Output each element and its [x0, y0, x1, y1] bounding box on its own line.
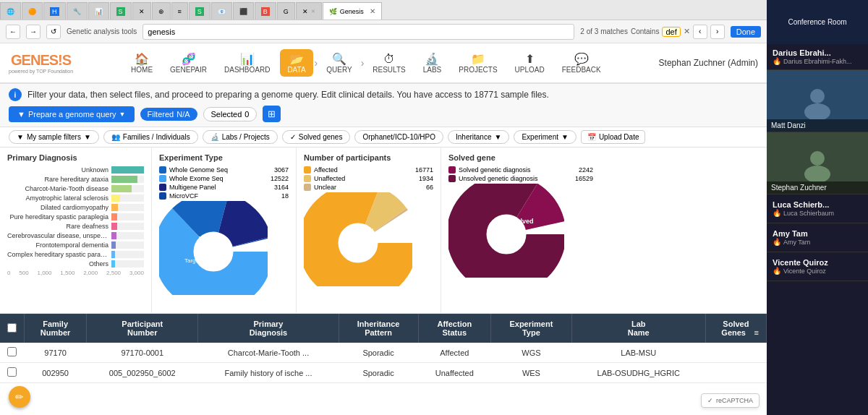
browser-tab-15[interactable]: ✕✕: [296, 2, 322, 20]
browser-tab-1[interactable]: 🌐: [0, 2, 21, 20]
browser-tab-genesis[interactable]: 🌿Genesis✕: [323, 2, 382, 20]
person-silhouette: [799, 83, 835, 119]
nav-query-label: QUERY: [326, 66, 352, 74]
affection-status: Unaffected: [418, 363, 491, 383]
nav-home[interactable]: 🏠 HOME: [124, 49, 160, 77]
chip-arrow: ▼: [84, 133, 91, 141]
sidebar-person-luca: Luca Schierb... 🔥 Luca Schierbaum: [767, 194, 868, 223]
chip-orphanet[interactable]: Orphanet/ICD-10/HPO: [354, 130, 443, 144]
next-match[interactable]: ›: [710, 25, 725, 39]
participant-number: 005_002950_6002: [87, 363, 198, 383]
row-checkbox[interactable]: [0, 343, 25, 363]
app-header: GENES!S powered by TOP Foundation 🏠 HOME…: [0, 43, 767, 84]
prepare-query-button[interactable]: ▼ Prepare a genome query ▼: [9, 106, 135, 122]
browser-tab-14[interactable]: G: [277, 2, 295, 20]
col-primary-diagnosis: PrimaryDiagnosis: [198, 314, 339, 343]
experiment-legend: Whole Genome Seq 3067 Whole Exome Seq 12…: [159, 166, 289, 200]
chip-labs[interactable]: 🔬 Labs / Projects: [203, 130, 278, 144]
bar-fill: [111, 176, 137, 183]
search-input[interactable]: def: [662, 27, 680, 37]
bar-fill: [111, 204, 118, 211]
chip-families[interactable]: 👥 Families / Individuals: [103, 130, 198, 144]
edit-icon: ✏: [15, 391, 24, 403]
browser-tab-12[interactable]: ⬛: [233, 2, 254, 20]
bar-container: [111, 166, 144, 174]
browser-tab-10[interactable]: S: [189, 2, 210, 20]
bar-container: [111, 204, 144, 211]
browser-tab-3[interactable]: H: [43, 2, 66, 20]
nav-query[interactable]: 🔍 QUERY: [319, 49, 359, 77]
row-select-checkbox[interactable]: [7, 367, 17, 377]
nav-labs[interactable]: 🔬 LABS: [416, 49, 449, 77]
back-button[interactable]: ←: [6, 25, 20, 39]
legend-count: 18: [281, 192, 289, 200]
chip-my-sample-filters[interactable]: ▼ My sample filters ▼: [9, 130, 99, 144]
browser-tab-13[interactable]: B: [255, 2, 276, 20]
browser-tab-11[interactable]: 📧: [211, 2, 232, 20]
row-checkbox[interactable]: [0, 363, 25, 383]
table-menu-icon[interactable]: ≡: [754, 328, 759, 337]
bar-fill: [111, 260, 115, 268]
browser-tab-6[interactable]: S: [110, 2, 132, 20]
lab-name: LAB-OSUDHG_HGRIC: [571, 363, 705, 383]
legend-label: Affected: [314, 166, 338, 174]
bar-container: [111, 251, 144, 258]
done-button[interactable]: Done: [731, 26, 761, 38]
nav-data[interactable]: 📂 DATA: [280, 49, 312, 77]
bar-label: Frontotemporal dementia: [7, 241, 109, 249]
participants-legend: Affected 16771 Unaffected 1934 Unclear 6…: [304, 166, 433, 191]
experiment-type-title: Experiment Type: [159, 153, 289, 162]
browser-tab-8[interactable]: ⊕: [152, 2, 171, 20]
legend-solved: Solved genetic diagnosis 2242: [448, 166, 593, 174]
col-family-number: FamilyNumber: [25, 314, 87, 343]
browser-tab-9[interactable]: ≡: [171, 2, 188, 20]
nav-dashboard[interactable]: 📊 DASHBOARD: [217, 49, 277, 77]
nav-feedback[interactable]: 💬 FEEDBACK: [555, 49, 608, 77]
svg-text:Unsolved: Unsolved: [493, 236, 523, 243]
solved-pie: Solved Unsolved: [448, 184, 564, 278]
chip-experiment[interactable]: Experiment ▼: [514, 130, 576, 144]
bar-container: [111, 194, 144, 202]
chip-inheritance[interactable]: Inheritance ▼: [448, 130, 509, 144]
chip-solved-genes[interactable]: ✓ Solved genes: [282, 130, 351, 144]
solved-dot: [448, 166, 456, 174]
solved-gene-title: Solved gene: [448, 153, 593, 162]
nav-dashboard-label: DASHBOARD: [224, 66, 270, 74]
refresh-button[interactable]: ↺: [46, 25, 61, 39]
row-select-checkbox[interactable]: [7, 347, 17, 356]
select-all-checkbox[interactable]: [7, 323, 17, 333]
nav-projects[interactable]: 📁 PROJECTS: [451, 49, 504, 77]
browser-tab-2[interactable]: 🟠: [22, 2, 43, 20]
labs-icon: 🔬: [425, 52, 439, 66]
captcha: ✓ reCAPTCHA: [701, 393, 760, 408]
address-input[interactable]: [142, 24, 574, 40]
clear-search[interactable]: ✕: [684, 27, 690, 36]
legend-dot: [159, 175, 166, 182]
user-info: Stephan Zuchner (Admin): [659, 58, 758, 68]
browser-tab-4[interactable]: 🔧: [67, 2, 88, 20]
browser-tab-5[interactable]: 📊: [88, 2, 109, 20]
legend-affected: Affected 16771: [304, 166, 433, 174]
nav-genepair[interactable]: 🧬 GENEPAIR: [163, 49, 214, 77]
svg-point-19: [804, 166, 830, 181]
nav-results[interactable]: ⏱ RESULTS: [365, 50, 412, 77]
filter-message: i Filter your data, then select files, a…: [9, 88, 758, 101]
svg-text:WES: WES: [216, 253, 231, 260]
prev-match[interactable]: ‹: [693, 25, 707, 39]
filter-actions: ▼ Prepare a genome query ▼ Filtered N/A …: [9, 106, 758, 122]
bar-cerebro: Cerebrovascular disease, unspecified: [7, 232, 144, 239]
chip-upload-date[interactable]: 📅 Upload Date: [581, 130, 646, 144]
bar-label: Rare hereditary ataxia: [7, 176, 109, 183]
nav-upload[interactable]: ⬆ UPLOAD: [508, 49, 552, 77]
person-sub: 🔥 Luca Schierbaum: [773, 209, 862, 217]
browser-tab-7[interactable]: ✕: [132, 2, 151, 20]
forward-button[interactable]: →: [26, 25, 41, 39]
app-logo: GENES!S: [11, 52, 71, 69]
legend-label: Whole Genome Seq: [169, 166, 228, 174]
bar-fill: [111, 194, 120, 202]
edit-fab[interactable]: ✏: [9, 386, 30, 408]
person-icon: 🔥: [773, 238, 781, 246]
view-toggle-button[interactable]: ⊞: [263, 106, 281, 122]
address-bar: ← → ↺ Genetic analysis tools 2 of 3 matc…: [0, 20, 767, 43]
upload-icon: ⬆: [525, 52, 535, 66]
